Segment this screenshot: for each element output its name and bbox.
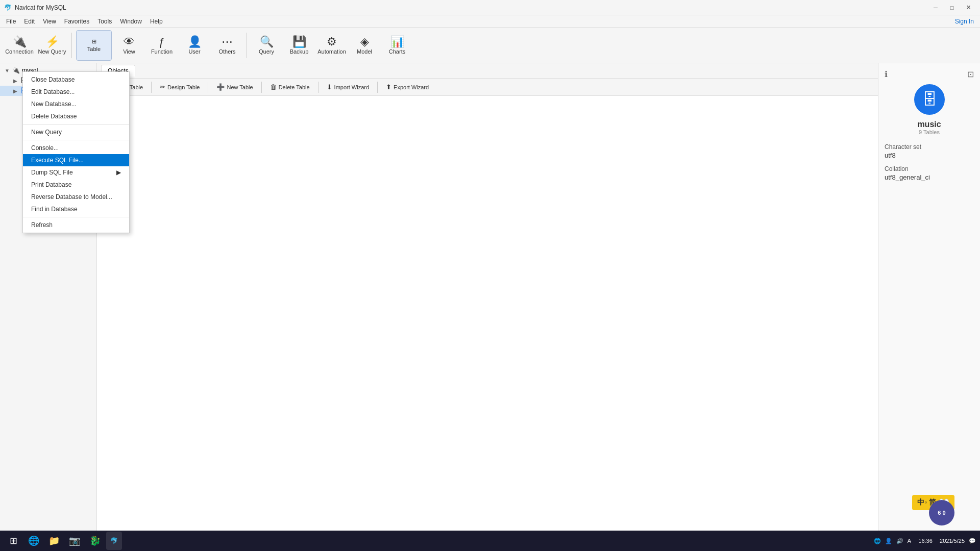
sign-in-link[interactable]: Sign In xyxy=(951,17,978,26)
charts-button[interactable]: 📊 Charts xyxy=(382,30,412,61)
taskbar-time: 16:36 xyxy=(915,538,936,544)
table-toolbar-sep-5 xyxy=(377,82,378,93)
table-toolbar-sep-4 xyxy=(318,82,318,93)
model-button[interactable]: ◈ Model xyxy=(349,30,380,61)
content-area: Objects 📂 Open Table ✏ Design Table ➕ Ne… xyxy=(97,63,878,536)
others-icon: ⋯ xyxy=(222,36,233,47)
backup-button[interactable]: 💾 Backup xyxy=(284,30,314,61)
connection-icon-mysql: 🔌 xyxy=(12,67,20,74)
taskbar-camera[interactable]: 📷 xyxy=(65,532,84,550)
function-button[interactable]: ƒ Function xyxy=(146,30,177,61)
notification-icon[interactable]: 💬 xyxy=(969,538,976,544)
view-button[interactable]: 👁 View xyxy=(114,30,144,61)
ctx-delete-database[interactable]: Delete Database xyxy=(23,110,129,122)
user-button[interactable]: 👤 User xyxy=(179,30,210,61)
view-icon: 👁 xyxy=(124,36,135,47)
right-panel: ℹ ⊡ 🗄 music 9 Tables Character set utf8 … xyxy=(878,63,980,536)
collation-label: Collation xyxy=(885,165,974,172)
table-toolbar-sep-1 xyxy=(151,82,152,93)
ctx-print-database[interactable]: Print Database xyxy=(23,179,129,191)
menu-window[interactable]: Window xyxy=(116,17,146,26)
menu-favorites[interactable]: Favorites xyxy=(60,17,93,26)
db-tables-count: 9 Tables xyxy=(885,129,974,135)
char-set-label: Character set xyxy=(885,143,974,151)
objects-tabbar: Objects xyxy=(97,63,878,79)
function-icon: ƒ xyxy=(159,36,165,47)
close-button[interactable]: ✕ xyxy=(961,3,976,13)
ctx-new-database[interactable]: New Database... xyxy=(23,98,129,110)
taskbar-navicat[interactable]: 🐬 xyxy=(106,532,122,550)
import-wizard-icon: ⬇ xyxy=(327,83,332,91)
minimize-button[interactable]: ─ xyxy=(928,3,943,13)
new-query-icon: ⚡ xyxy=(45,36,59,47)
submenu-arrow-icon: ▶ xyxy=(116,169,121,176)
collation-value: utf8_general_ci xyxy=(885,173,974,181)
menu-tools[interactable]: Tools xyxy=(93,17,116,26)
new-query-button[interactable]: ⚡ New Query xyxy=(37,30,67,61)
design-table-icon: ✏ xyxy=(160,83,165,91)
taskbar-right: 🌐 👤 🔊 A 16:36 2021/5/25 💬 xyxy=(874,538,976,544)
volume-icon: 🔊 xyxy=(896,538,903,544)
new-table-icon: ➕ xyxy=(216,83,225,91)
menubar: File Edit View Favorites Tools Window He… xyxy=(0,15,980,28)
context-menu: Close Database Edit Database... New Data… xyxy=(22,71,130,233)
db-display-name: music xyxy=(885,120,974,129)
menu-edit[interactable]: Edit xyxy=(20,17,39,26)
expand-arrow-music: ▶ xyxy=(12,88,18,94)
table-toolbar-sep-3 xyxy=(261,82,262,93)
connection-icon: 🔌 xyxy=(13,36,27,47)
delete-table-button[interactable]: 🗑 Delete Table xyxy=(266,82,314,92)
db-big-icon: 🗄 xyxy=(914,84,945,115)
ctx-execute-sql-file[interactable]: Execute SQL File... xyxy=(23,154,129,166)
titlebar: 🐬 Navicat for MySQL ─ □ ✕ xyxy=(0,0,980,15)
new-table-button[interactable]: ➕ New Table xyxy=(212,82,257,92)
menu-view[interactable]: View xyxy=(39,17,60,26)
export-wizard-button[interactable]: ⬆ Export Wizard xyxy=(382,82,433,92)
automation-button[interactable]: ⚙ Automation xyxy=(316,30,347,61)
user-icon: 👤 xyxy=(188,36,202,47)
ctx-dump-sql-file[interactable]: Dump SQL File ▶ xyxy=(23,166,129,179)
taskbar: ⊞ 🌐 📁 📷 🐉 🐬 🌐 👤 🔊 A 16:36 2021/5/25 💬 xyxy=(0,531,980,551)
model-icon: ◈ xyxy=(360,36,369,47)
others-button[interactable]: ⋯ Others xyxy=(212,30,242,61)
query-button[interactable]: 🔍 Query xyxy=(251,30,282,61)
toolbar: 🔌 Connection ⚡ New Query ⊞ Table 👁 View … xyxy=(0,28,980,63)
menu-help[interactable]: Help xyxy=(146,17,167,26)
app-icon: 🐬 xyxy=(4,4,12,11)
start-button[interactable]: ⊞ xyxy=(4,532,22,550)
table-icon: ⊞ xyxy=(92,38,96,45)
delete-table-icon: 🗑 xyxy=(270,83,277,91)
backup-icon: 💾 xyxy=(292,36,306,47)
toolbar-separator-1 xyxy=(71,33,72,58)
ctx-console[interactable]: Console... xyxy=(23,142,129,154)
ctx-new-query[interactable]: New Query xyxy=(23,126,129,138)
query-icon: 🔍 xyxy=(260,36,274,47)
ctx-reverse-database[interactable]: Reverse Database to Model... xyxy=(23,191,129,203)
taskbar-app4[interactable]: 🐉 xyxy=(86,532,104,550)
design-table-button[interactable]: ✏ Design Table xyxy=(156,82,204,92)
ctx-close-database[interactable]: Close Database xyxy=(23,73,129,86)
toolbar-separator-2 xyxy=(247,33,247,58)
expand-arrow-info: ▶ xyxy=(12,78,18,84)
user-taskbar-icon: 👤 xyxy=(885,538,892,544)
connection-button[interactable]: 🔌 Connection xyxy=(4,30,35,61)
maximize-button[interactable]: □ xyxy=(944,3,960,13)
taskbar-edge[interactable]: 🌐 xyxy=(24,532,43,550)
app-title: 🐬 Navicat for MySQL xyxy=(4,4,66,11)
table-button[interactable]: ⊞ Table xyxy=(76,30,112,61)
ctx-find-in-database[interactable]: Find in Database xyxy=(23,203,129,215)
table-content-area xyxy=(97,96,878,536)
expand-arrow-mysql: ▼ xyxy=(4,68,10,73)
taskbar-explorer[interactable]: 📁 xyxy=(45,532,63,550)
ctx-sep-3 xyxy=(23,217,129,217)
ctx-refresh[interactable]: Refresh xyxy=(23,219,129,231)
timer-widget[interactable]: 6 0 xyxy=(929,500,954,525)
menu-file[interactable]: File xyxy=(2,17,20,26)
ctx-edit-database[interactable]: Edit Database... xyxy=(23,86,129,98)
info-icon[interactable]: ℹ xyxy=(885,69,888,79)
taskbar-date: 2021/5/25 xyxy=(940,538,965,544)
main-area: ▼ 🔌 mysql ▶ 🗄 information_schema ▶ 🗄 mus… xyxy=(0,63,980,536)
import-wizard-button[interactable]: ⬇ Import Wizard xyxy=(323,82,373,92)
automation-icon: ⚙ xyxy=(327,36,337,47)
expand-icon[interactable]: ⊡ xyxy=(967,69,974,79)
